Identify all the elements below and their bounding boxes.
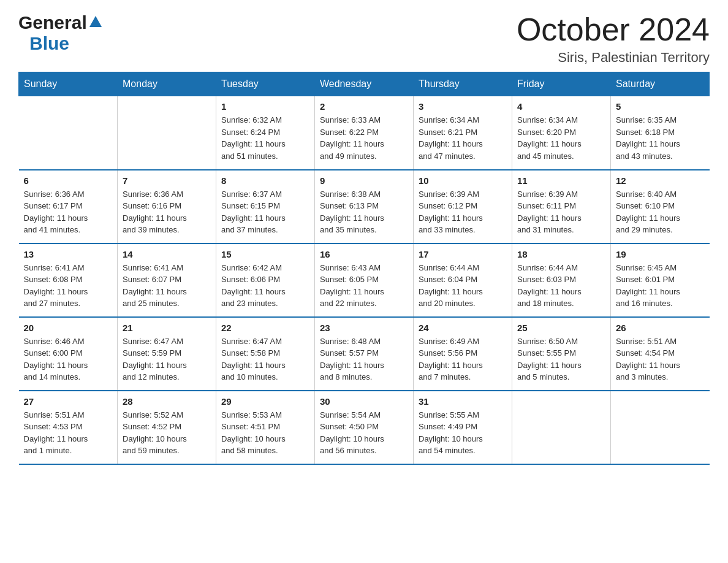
day-number: 20 (24, 323, 113, 333)
day-cell: 21Sunrise: 6:47 AMSunset: 5:59 PMDayligh… (118, 317, 216, 391)
day-info: Sunrise: 5:54 AMSunset: 4:50 PMDaylight:… (320, 409, 408, 457)
day-cell: 19Sunrise: 6:45 AMSunset: 6:01 PMDayligh… (611, 243, 710, 317)
day-number: 7 (123, 175, 211, 186)
day-info: Sunrise: 6:41 AMSunset: 6:08 PMDaylight:… (24, 262, 113, 310)
day-number: 12 (616, 175, 705, 186)
calendar-table: SundayMondayTuesdayWednesdayThursdayFrid… (18, 72, 710, 465)
day-number: 16 (320, 249, 408, 259)
day-number: 6 (24, 175, 113, 186)
day-cell: 13Sunrise: 6:41 AMSunset: 6:08 PMDayligh… (19, 243, 118, 317)
day-number: 21 (123, 323, 211, 333)
day-info: Sunrise: 6:45 AMSunset: 6:01 PMDaylight:… (616, 262, 705, 310)
day-cell: 6Sunrise: 6:36 AMSunset: 6:17 PMDaylight… (19, 170, 118, 243)
day-number: 29 (221, 396, 309, 407)
day-info: Sunrise: 6:43 AMSunset: 6:05 PMDaylight:… (320, 262, 408, 310)
day-cell: 31Sunrise: 5:55 AMSunset: 4:49 PMDayligh… (414, 391, 512, 464)
logo-blue-text: Blue (29, 33, 69, 54)
day-info: Sunrise: 6:35 AMSunset: 6:18 PMDaylight:… (616, 114, 705, 162)
calendar-body: 1Sunrise: 6:32 AMSunset: 6:24 PMDaylight… (19, 96, 710, 464)
day-cell: 4Sunrise: 6:34 AMSunset: 6:20 PMDaylight… (512, 96, 611, 170)
day-info: Sunrise: 6:50 AMSunset: 5:55 PMDaylight:… (517, 335, 605, 383)
month-title: October 2024 (517, 12, 710, 47)
day-number: 14 (123, 249, 211, 259)
day-cell: 26Sunrise: 5:51 AMSunset: 4:54 PMDayligh… (611, 317, 710, 391)
day-info: Sunrise: 6:47 AMSunset: 5:59 PMDaylight:… (123, 335, 211, 383)
day-info: Sunrise: 6:39 AMSunset: 6:11 PMDaylight:… (517, 188, 605, 236)
day-info: Sunrise: 6:36 AMSunset: 6:17 PMDaylight:… (24, 188, 113, 236)
week-row-3: 13Sunrise: 6:41 AMSunset: 6:08 PMDayligh… (19, 243, 710, 317)
week-row-4: 20Sunrise: 6:46 AMSunset: 6:00 PMDayligh… (19, 317, 710, 391)
day-cell: 28Sunrise: 5:52 AMSunset: 4:52 PMDayligh… (118, 391, 216, 464)
day-number: 2 (320, 101, 408, 112)
day-info: Sunrise: 5:53 AMSunset: 4:51 PMDaylight:… (221, 409, 309, 457)
header-cell-monday: Monday (118, 72, 216, 96)
day-cell: 5Sunrise: 6:35 AMSunset: 6:18 PMDaylight… (611, 96, 710, 170)
day-number: 8 (221, 175, 309, 186)
day-cell: 20Sunrise: 6:46 AMSunset: 6:00 PMDayligh… (19, 317, 118, 391)
day-number: 18 (517, 249, 605, 259)
day-cell: 18Sunrise: 6:44 AMSunset: 6:03 PMDayligh… (512, 243, 611, 317)
day-number: 13 (24, 249, 113, 259)
day-number: 4 (517, 101, 605, 112)
day-cell: 16Sunrise: 6:43 AMSunset: 6:05 PMDayligh… (315, 243, 414, 317)
day-number: 19 (616, 249, 705, 259)
header-cell-saturday: Saturday (611, 72, 710, 96)
page-header: General Blue October 2024 Siris, Palesti… (18, 12, 710, 66)
day-cell: 9Sunrise: 6:38 AMSunset: 6:13 PMDaylight… (315, 170, 414, 243)
day-number: 11 (517, 175, 605, 186)
day-number: 28 (123, 396, 211, 407)
day-info: Sunrise: 6:38 AMSunset: 6:13 PMDaylight:… (320, 188, 408, 236)
day-number: 31 (419, 396, 507, 407)
day-info: Sunrise: 6:48 AMSunset: 5:57 PMDaylight:… (320, 335, 408, 383)
day-cell (19, 96, 118, 170)
day-cell (512, 391, 611, 464)
day-number: 26 (616, 323, 705, 333)
day-cell: 1Sunrise: 6:32 AMSunset: 6:24 PMDaylight… (216, 96, 315, 170)
day-cell: 8Sunrise: 6:37 AMSunset: 6:15 PMDaylight… (216, 170, 315, 243)
day-info: Sunrise: 5:51 AMSunset: 4:54 PMDaylight:… (616, 335, 705, 383)
header-cell-tuesday: Tuesday (216, 72, 315, 96)
day-number: 24 (419, 323, 507, 333)
day-cell: 3Sunrise: 6:34 AMSunset: 6:21 PMDaylight… (414, 96, 512, 170)
day-number: 27 (24, 396, 113, 407)
title-section: October 2024 Siris, Palestinian Territor… (517, 12, 710, 66)
day-info: Sunrise: 6:49 AMSunset: 5:56 PMDaylight:… (419, 335, 507, 383)
day-info: Sunrise: 6:39 AMSunset: 6:12 PMDaylight:… (419, 188, 507, 236)
logo: General Blue (18, 12, 102, 54)
day-number: 15 (221, 249, 309, 259)
day-info: Sunrise: 6:40 AMSunset: 6:10 PMDaylight:… (616, 188, 705, 236)
day-cell: 7Sunrise: 6:36 AMSunset: 6:16 PMDaylight… (118, 170, 216, 243)
header-cell-wednesday: Wednesday (315, 72, 414, 96)
day-number: 23 (320, 323, 408, 333)
day-info: Sunrise: 6:47 AMSunset: 5:58 PMDaylight:… (221, 335, 309, 383)
header-cell-sunday: Sunday (19, 72, 118, 96)
day-info: Sunrise: 5:55 AMSunset: 4:49 PMDaylight:… (419, 409, 507, 457)
day-number: 10 (419, 175, 507, 186)
day-cell: 29Sunrise: 5:53 AMSunset: 4:51 PMDayligh… (216, 391, 315, 464)
day-info: Sunrise: 6:34 AMSunset: 6:20 PMDaylight:… (517, 114, 605, 162)
day-cell: 2Sunrise: 6:33 AMSunset: 6:22 PMDaylight… (315, 96, 414, 170)
day-cell: 14Sunrise: 6:41 AMSunset: 6:07 PMDayligh… (118, 243, 216, 317)
day-info: Sunrise: 6:32 AMSunset: 6:24 PMDaylight:… (221, 114, 309, 162)
day-cell: 27Sunrise: 5:51 AMSunset: 4:53 PMDayligh… (19, 391, 118, 464)
week-row-2: 6Sunrise: 6:36 AMSunset: 6:17 PMDaylight… (19, 170, 710, 243)
day-number: 3 (419, 101, 507, 112)
day-info: Sunrise: 6:44 AMSunset: 6:03 PMDaylight:… (517, 262, 605, 310)
day-info: Sunrise: 5:52 AMSunset: 4:52 PMDaylight:… (123, 409, 211, 457)
day-cell (611, 391, 710, 464)
day-cell: 17Sunrise: 6:44 AMSunset: 6:04 PMDayligh… (414, 243, 512, 317)
calendar-header: SundayMondayTuesdayWednesdayThursdayFrid… (19, 72, 710, 96)
day-info: Sunrise: 6:46 AMSunset: 6:00 PMDaylight:… (24, 335, 113, 383)
week-row-5: 27Sunrise: 5:51 AMSunset: 4:53 PMDayligh… (19, 391, 710, 464)
header-row: SundayMondayTuesdayWednesdayThursdayFrid… (19, 72, 710, 96)
day-number: 17 (419, 249, 507, 259)
day-info: Sunrise: 6:42 AMSunset: 6:06 PMDaylight:… (221, 262, 309, 310)
day-info: Sunrise: 6:34 AMSunset: 6:21 PMDaylight:… (419, 114, 507, 162)
header-cell-thursday: Thursday (414, 72, 512, 96)
week-row-1: 1Sunrise: 6:32 AMSunset: 6:24 PMDaylight… (19, 96, 710, 170)
day-number: 30 (320, 396, 408, 407)
day-cell: 11Sunrise: 6:39 AMSunset: 6:11 PMDayligh… (512, 170, 611, 243)
logo-triangle-icon (89, 16, 102, 27)
day-info: Sunrise: 6:37 AMSunset: 6:15 PMDaylight:… (221, 188, 309, 236)
day-cell: 10Sunrise: 6:39 AMSunset: 6:12 PMDayligh… (414, 170, 512, 243)
